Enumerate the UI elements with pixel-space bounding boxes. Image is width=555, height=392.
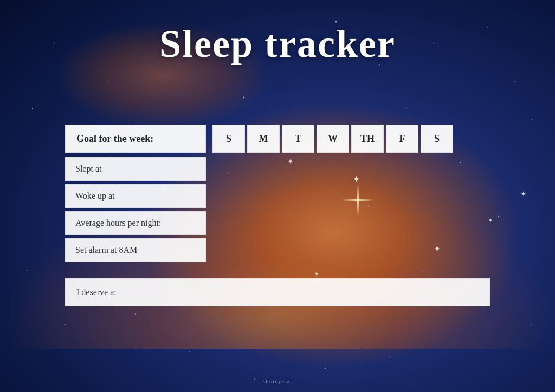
- header-row: Goal for the week: SMTWTHFS: [65, 125, 490, 153]
- row-label[interactable]: Average hours per night:: [65, 211, 206, 235]
- deserve-row[interactable]: I deserve a:: [65, 278, 490, 306]
- day-header-cell: W: [317, 125, 349, 153]
- goal-label: Goal for the week:: [65, 125, 206, 153]
- row-label[interactable]: Woke up at: [65, 184, 206, 208]
- tracker-card: Goal for the week: SMTWTHFS Slept atWoke…: [65, 125, 490, 306]
- page-title: Sleep tracker: [0, 22, 555, 67]
- row-label[interactable]: Slept at: [65, 157, 206, 181]
- day-header-cell: S: [421, 125, 453, 153]
- day-header-cell: T: [282, 125, 314, 153]
- sparkle-7: ✦: [520, 190, 527, 199]
- day-headers: SMTWTHFS: [212, 125, 453, 153]
- day-header-cell: TH: [351, 125, 384, 153]
- watermark: shuteye.ai: [263, 378, 292, 384]
- background: ✦ ✦ ✦ ✦ ✦ ✦ ✦ Sleep tracker Goal for the…: [0, 0, 555, 392]
- day-header-cell: S: [212, 125, 245, 153]
- data-rows: Slept atWoke up atAverage hours per nigh…: [65, 157, 490, 262]
- day-header-cell: F: [386, 125, 418, 153]
- row-label[interactable]: Set alarm at 8AM: [65, 238, 206, 262]
- day-header-cell: M: [247, 125, 280, 153]
